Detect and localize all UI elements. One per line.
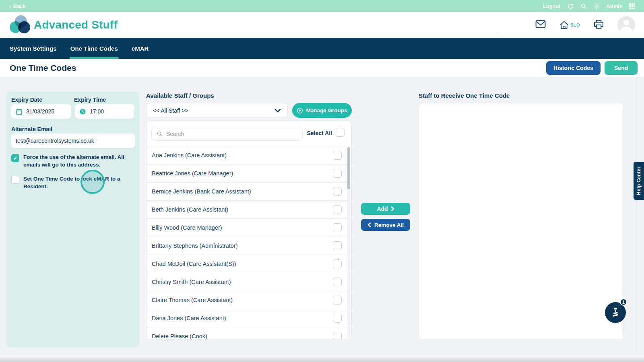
- back-button[interactable]: ‹ Back: [9, 3, 26, 9]
- staff-checkbox[interactable]: [333, 296, 342, 304]
- staff-name: Billy Wood (Care Manager): [152, 224, 222, 231]
- staff-list-scrollbar[interactable]: [347, 147, 350, 339]
- calendar-icon: [16, 108, 23, 115]
- staff-list: Ana Jenkins (Care Assistant) Beatrice Jo…: [147, 146, 351, 340]
- tab-one-time-codes[interactable]: One Time Codes: [70, 38, 118, 59]
- home-button[interactable]: SLO: [559, 21, 580, 29]
- chevron-down-icon: [275, 109, 281, 113]
- main-nav: System Settings One Time Codes eMAR: [0, 38, 644, 59]
- staff-name: Beatrice Jones (Care Manager): [152, 170, 233, 177]
- beacon-badge: 1: [620, 298, 627, 306]
- click-highlight: [80, 170, 105, 194]
- staff-checkbox[interactable]: [333, 187, 342, 196]
- staff-row: Ana Jenkins (Care Assistant): [147, 146, 351, 164]
- mail-icon[interactable]: [535, 20, 546, 30]
- clock-icon: [79, 108, 86, 115]
- staff-row: Claire Thomas (Care Assistant): [147, 291, 351, 309]
- lock-emar-checkbox[interactable]: [11, 176, 19, 184]
- staff-row: Brittany Stephens (Administrator): [147, 237, 351, 255]
- staff-name: Dana Jones (Care Assistant): [152, 315, 226, 321]
- manage-groups-button[interactable]: Manage Groups: [292, 103, 352, 118]
- staff-name: Chad McDoil (Care Assistant(S)): [152, 261, 236, 267]
- staff-checkbox[interactable]: [333, 223, 342, 232]
- apps-grid-icon[interactable]: [629, 3, 635, 9]
- select-all-checkbox[interactable]: [336, 128, 345, 137]
- staff-name: Bernice Jenkins (Bank Care Assistant): [152, 188, 251, 195]
- staff-name: Ana Jenkins (Care Assistant): [152, 152, 227, 158]
- tab-system-settings[interactable]: System Settings: [10, 38, 57, 59]
- expiry-date-label: Expiry Date: [11, 97, 42, 103]
- staff-checkbox[interactable]: [333, 278, 342, 286]
- user-avatar[interactable]: [617, 16, 635, 34]
- admin-label: Admin: [607, 3, 623, 9]
- staff-checkbox[interactable]: [333, 314, 342, 323]
- expiry-date-input[interactable]: 31/03/2025: [11, 104, 71, 119]
- logout-button[interactable]: Logout: [543, 3, 561, 9]
- back-label: Back: [13, 3, 26, 9]
- home-badge: SLO: [570, 23, 580, 27]
- staff-name: Claire Thomas (Care Assistant): [152, 297, 233, 303]
- send-button[interactable]: Send: [605, 61, 638, 75]
- top-bar: ‹ Back Logout Admin: [0, 0, 644, 12]
- page-title: One Time Codes: [10, 63, 76, 73]
- staff-row: Bernice Jenkins (Bank Care Assistant): [147, 182, 351, 200]
- select-all-label: Select All: [307, 130, 332, 136]
- chevron-right-icon: [391, 206, 394, 211]
- force-email-label: Force the use of the alternate email. Al…: [23, 154, 137, 169]
- staff-name: Brittany Stephens (Administrator): [152, 243, 238, 249]
- staff-row: Beth Jenkins (Care Assistant): [147, 200, 351, 218]
- add-button[interactable]: Add: [361, 203, 410, 215]
- lock-emar-label: Set One Time Code to lock eMAR to a Resi…: [23, 175, 137, 191]
- staff-checkbox[interactable]: [333, 241, 342, 250]
- expiry-time-input[interactable]: 17:00: [75, 104, 134, 119]
- title-bar: One Time Codes Historic Codes Send: [0, 59, 644, 77]
- print-icon[interactable]: [594, 20, 604, 31]
- staff-group-dropdown[interactable]: << All Staff >>: [146, 103, 288, 118]
- staff-checkbox[interactable]: [333, 151, 342, 160]
- staff-checkbox[interactable]: [333, 205, 342, 214]
- expiry-time-label: Expiry Time: [74, 97, 106, 103]
- alternate-email-label: Alternate Email: [11, 126, 52, 132]
- staff-name: Beth Jenkins (Care Assistant): [152, 206, 228, 213]
- receive-staff-panel: [419, 103, 624, 340]
- alternate-email-input[interactable]: test@carecontrolsystems.co.uk: [11, 134, 135, 148]
- available-staff-title: Available Staff / Groups: [146, 92, 214, 99]
- back-chevron-icon: ‹: [9, 3, 11, 9]
- search-icon[interactable]: [580, 3, 587, 9]
- staff-row: Delete Please (Cook): [147, 327, 351, 340]
- chevron-left-icon: [367, 222, 371, 227]
- gear-icon[interactable]: [593, 3, 600, 10]
- tab-emar[interactable]: eMAR: [132, 38, 149, 59]
- staff-row: Beatrice Jones (Care Manager): [147, 164, 351, 182]
- staff-search[interactable]: [151, 127, 303, 141]
- force-email-checkbox[interactable]: ✓: [11, 154, 19, 162]
- staff-row: Dana Jones (Care Assistant): [147, 309, 351, 327]
- header-divider: [498, 16, 498, 34]
- receive-staff-title: Staff to Receive One Time Code: [419, 92, 510, 99]
- bottom-edge: [0, 356, 644, 362]
- staff-checkbox[interactable]: [333, 332, 342, 340]
- available-staff-card: Select All Ana Jenkins (Care Assistant) …: [146, 121, 352, 340]
- staff-row: Chad McDoil (Care Assistant(S)): [147, 255, 351, 273]
- app-title: Advanced Stuff: [34, 19, 118, 31]
- circle-plus-icon: [297, 107, 303, 114]
- app-logo: [10, 15, 31, 35]
- historic-codes-button[interactable]: Historic Codes: [546, 61, 601, 75]
- staff-name: Chrissy Smith (Care Assistant): [152, 279, 231, 285]
- staff-row: Chrissy Smith (Care Assistant): [147, 273, 351, 291]
- logout-icon[interactable]: [567, 3, 574, 10]
- help-center-tab[interactable]: Help Center: [634, 162, 644, 200]
- staff-checkbox[interactable]: [333, 169, 342, 178]
- staff-checkbox[interactable]: [333, 259, 342, 268]
- staff-row: Billy Wood (Care Manager): [147, 218, 351, 237]
- search-icon: [157, 131, 163, 137]
- edge-divider: [636, 77, 637, 362]
- code-settings-panel: Expiry Date Expiry Time 31/03/2025 17:00…: [6, 92, 139, 347]
- remove-all-button[interactable]: Remove All: [361, 219, 410, 231]
- search-input[interactable]: [166, 131, 297, 137]
- lighthouse-icon: [611, 308, 620, 317]
- staff-name: Delete Please (Cook): [152, 333, 207, 339]
- scrollbar-thumb[interactable]: [347, 147, 350, 189]
